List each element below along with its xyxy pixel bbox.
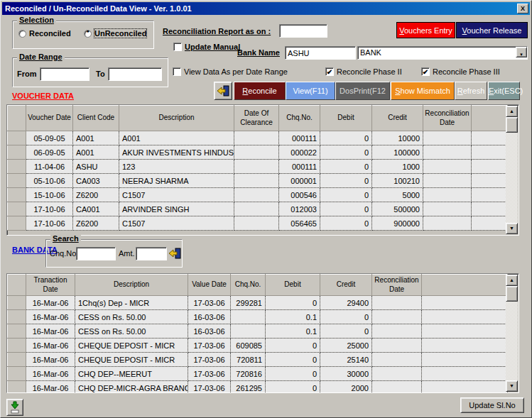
cell[interactable]	[372, 367, 422, 381]
scroll-down-button[interactable]: ▼	[506, 223, 518, 234]
cell[interactable]: 0	[266, 381, 320, 394]
cell[interactable]: 123	[119, 160, 234, 174]
cell[interactable]: 1000	[372, 160, 423, 174]
cell[interactable]: 056465	[279, 216, 320, 231]
table-row[interactable]: 16-Mar-06CHEQUE DEPOSIT - MICR17-03-0672…	[8, 353, 508, 367]
cell[interactable]: 000001	[279, 174, 320, 188]
cell[interactable]: 299281	[231, 296, 266, 310]
cell[interactable]: 16-03-06	[188, 310, 231, 324]
close-button[interactable]: X	[517, 4, 528, 13]
cell[interactable]: CHQ DEP-MICR-AGRA BRANC	[75, 381, 188, 394]
row-selector[interactable]	[8, 339, 26, 353]
row-selector[interactable]	[8, 131, 26, 145]
cell[interactable]: 500000	[372, 202, 423, 216]
cell[interactable]: 261295	[231, 381, 266, 394]
cell[interactable]	[423, 145, 472, 160]
table-row[interactable]: 05-09-05A001A001000111010000	[8, 131, 508, 145]
cell[interactable]: 16-Mar-06	[26, 381, 75, 394]
cell[interactable]: 30000	[320, 367, 372, 381]
cell[interactable]: CHEQUE DEPOSIT - MICR	[75, 339, 188, 353]
cell[interactable]: 0	[320, 131, 372, 145]
cell[interactable]	[372, 310, 422, 324]
cell[interactable]	[422, 339, 508, 353]
cell[interactable]: 000546	[279, 188, 320, 202]
cell[interactable]	[472, 160, 508, 174]
cell[interactable]	[472, 145, 508, 160]
cell[interactable]	[472, 202, 508, 216]
column-header[interactable]	[472, 106, 508, 131]
cell[interactable]: 0	[320, 174, 372, 188]
table-row[interactable]: 16-Mar-06CHQ DEP-MICR-AGRA BRANC17-03-06…	[8, 381, 508, 394]
cell[interactable]: 0	[266, 353, 320, 367]
cell[interactable]: 0	[320, 188, 372, 202]
cell[interactable]: C1507	[119, 216, 234, 231]
cell[interactable]	[234, 145, 279, 160]
cell[interactable]: CESS on Rs. 50.00	[75, 324, 188, 339]
column-header[interactable]: Date Of Clearance	[234, 106, 279, 131]
column-header[interactable]: Reconciliation Date	[372, 275, 422, 296]
cell[interactable]: 012003	[279, 202, 320, 216]
cell[interactable]	[472, 131, 508, 145]
cell[interactable]	[423, 131, 472, 145]
cell[interactable]: 17-03-06	[188, 381, 231, 394]
cell[interactable]	[422, 296, 508, 310]
cell[interactable]: 10000	[372, 131, 423, 145]
cell[interactable]: 0	[320, 324, 372, 339]
column-header[interactable]: Reconciliation Date	[423, 106, 472, 131]
table-row[interactable]: 16-Mar-06CESS on Rs. 50.0016-03-060.10	[8, 324, 508, 339]
cell[interactable]: CA001	[73, 202, 119, 216]
from-date-input[interactable]	[40, 67, 89, 81]
table-row[interactable]: 16-Mar-061Chq(s) Dep - MICR17-03-0629928…	[8, 296, 508, 310]
cell[interactable]: 0	[266, 367, 320, 381]
cell[interactable]	[472, 188, 508, 202]
cell[interactable]	[372, 324, 422, 339]
cell[interactable]: 11-04-06	[26, 160, 73, 174]
cell[interactable]: 25000	[320, 339, 372, 353]
cell[interactable]	[472, 174, 508, 188]
cell[interactable]: ARVINDER SINGH	[119, 202, 234, 216]
scroll-thumb[interactable]	[506, 117, 518, 133]
reconcile-phase2-checkbox[interactable]: ✔ Reconcile Phase II	[325, 67, 402, 76]
reconcile-phase3-checkbox[interactable]: ✔ Reconcile Phase III	[421, 67, 500, 76]
cell[interactable]: 16-Mar-06	[26, 324, 75, 339]
column-header[interactable]	[422, 275, 508, 296]
cell[interactable]: 17-03-06	[188, 339, 231, 353]
table-row[interactable]: 16-Mar-06CESS on Rs. 50.0016-03-060.10	[8, 310, 508, 324]
export-down-button[interactable]	[6, 399, 23, 416]
column-header[interactable]: Tranaction Date	[26, 275, 75, 296]
cell[interactable]	[372, 339, 422, 353]
cell[interactable]: 16-Mar-06	[26, 310, 75, 324]
table-row[interactable]: 17-10-06CA001ARVINDER SINGH0120030500000	[8, 202, 508, 216]
cell[interactable]: 0	[266, 339, 320, 353]
cell[interactable]: 5000	[372, 188, 423, 202]
cell[interactable]	[423, 216, 472, 231]
cell[interactable]	[422, 381, 508, 394]
cell[interactable]	[422, 310, 508, 324]
table-row[interactable]: 06-09-05A001AKUR INVESTMENTS HINDUST0000…	[8, 145, 508, 160]
cell[interactable]: CHEQUE DEPOSIT - MICR	[75, 353, 188, 367]
scroll-up-button[interactable]: ▲	[506, 275, 518, 286]
cell[interactable]	[422, 353, 508, 367]
table-row[interactable]: 17-10-06Z6200C15070564650900000	[8, 216, 508, 231]
search-chqno-input[interactable]	[76, 247, 116, 260]
cell[interactable]: 16-03-06	[188, 324, 231, 339]
cell[interactable]: 000111	[279, 160, 320, 174]
cell[interactable]: 0	[320, 216, 372, 231]
update-slno-button[interactable]: Update Sl.No	[460, 397, 524, 413]
cell[interactable]	[423, 188, 472, 202]
cell[interactable]: 0.1	[266, 310, 320, 324]
voucher-release-button[interactable]: Voucher Release	[456, 22, 528, 38]
row-selector[interactable]	[8, 160, 26, 174]
reconcile-button[interactable]: Reconcile	[234, 82, 286, 100]
cell[interactable]	[472, 216, 508, 231]
cell[interactable]: 16-Mar-06	[26, 353, 75, 367]
cell[interactable]: 000111	[279, 131, 320, 145]
cell[interactable]: ASHU	[73, 160, 119, 174]
search-amt-input[interactable]	[136, 247, 167, 260]
cell[interactable]: 16-Mar-06	[26, 339, 75, 353]
column-header[interactable]: Description	[119, 106, 234, 131]
cell[interactable]	[234, 188, 279, 202]
cell[interactable]: 100210	[372, 174, 423, 188]
row-selector[interactable]	[8, 296, 26, 310]
scroll-up-button[interactable]: ▲	[506, 106, 518, 117]
